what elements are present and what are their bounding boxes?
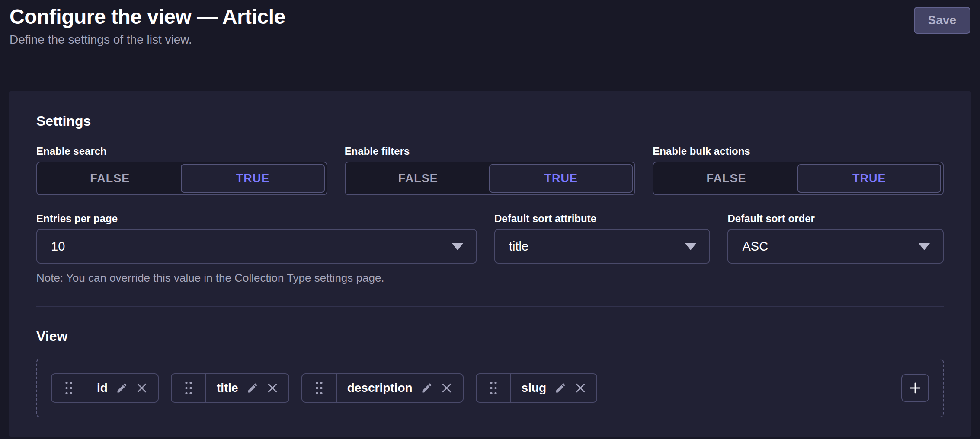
- default-sort-attribute-value: title: [509, 239, 528, 254]
- default-sort-attribute-label: Default sort attribute: [494, 212, 711, 226]
- entries-per-page-value: 10: [51, 239, 65, 254]
- close-icon[interactable]: [267, 382, 278, 394]
- displayed-fields-dropzone: id title: [36, 359, 944, 417]
- enable-filters-true-option[interactable]: TRUE: [489, 164, 633, 193]
- pencil-icon[interactable]: [421, 382, 433, 394]
- field-chip-body: title: [206, 374, 288, 402]
- add-field-button[interactable]: [901, 374, 929, 402]
- drag-handle-icon[interactable]: [302, 374, 337, 402]
- enable-search-field: Enable search FALSE TRUE: [36, 144, 327, 195]
- page-subtitle: Define the settings of the list view.: [9, 33, 285, 47]
- default-sort-order-value: ASC: [742, 239, 768, 254]
- enable-search-label: Enable search: [36, 144, 327, 158]
- entries-per-page-select[interactable]: 10: [36, 229, 477, 264]
- entries-per-page-note: Note: You can override this value in the…: [36, 270, 477, 285]
- settings-card: Settings Enable search FALSE TRUE Enable…: [9, 91, 971, 437]
- entries-per-page-label: Entries per page: [36, 212, 477, 226]
- section-divider: [36, 306, 944, 307]
- page-header-text: Configure the view — Article Define the …: [9, 4, 285, 47]
- enable-search-toggle: FALSE TRUE: [36, 162, 327, 195]
- enable-search-true-option[interactable]: TRUE: [181, 164, 324, 193]
- field-chip-label: id: [97, 381, 108, 395]
- field-chip-title[interactable]: title: [171, 373, 289, 403]
- chevron-down-icon: [452, 243, 463, 250]
- drag-handle-icon[interactable]: [172, 374, 206, 402]
- default-sort-order-label: Default sort order: [727, 212, 944, 226]
- field-chip-body: slug: [511, 374, 597, 402]
- default-sort-order-select[interactable]: ASC: [727, 229, 944, 264]
- field-chip-slug[interactable]: slug: [476, 373, 598, 403]
- enable-filters-label: Enable filters: [345, 144, 636, 158]
- toggle-row: Enable search FALSE TRUE Enable filters …: [36, 144, 944, 195]
- field-chip-label: slug: [522, 381, 547, 395]
- pencil-icon[interactable]: [116, 382, 128, 394]
- chevron-down-icon: [919, 243, 930, 250]
- close-icon[interactable]: [136, 382, 147, 394]
- close-icon[interactable]: [575, 382, 586, 394]
- default-sort-attribute-select[interactable]: title: [494, 229, 711, 264]
- enable-search-false-option[interactable]: FALSE: [39, 164, 181, 193]
- enable-bulk-actions-false-option[interactable]: FALSE: [655, 164, 797, 193]
- default-sort-attribute-field: Default sort attribute title: [494, 212, 711, 285]
- view-heading: View: [36, 328, 944, 345]
- field-chip-body: id: [86, 374, 158, 402]
- close-icon[interactable]: [441, 382, 452, 394]
- page-title: Configure the view — Article: [9, 4, 285, 29]
- settings-heading: Settings: [36, 112, 944, 130]
- chevron-down-icon: [685, 243, 696, 250]
- enable-filters-toggle: FALSE TRUE: [345, 162, 636, 195]
- field-chip-id[interactable]: id: [51, 373, 159, 403]
- field-chip-label: description: [347, 381, 413, 395]
- enable-bulk-actions-toggle: FALSE TRUE: [653, 162, 944, 195]
- configure-view-page: Configure the view — Article Define the …: [0, 0, 980, 437]
- field-chip-description[interactable]: description: [301, 373, 464, 403]
- pencil-icon[interactable]: [247, 382, 259, 394]
- plus-icon: [908, 381, 922, 395]
- enable-bulk-actions-true-option[interactable]: TRUE: [797, 164, 941, 193]
- page-header: Configure the view — Article Define the …: [9, 4, 971, 47]
- save-button[interactable]: Save: [914, 7, 970, 34]
- drag-handle-icon[interactable]: [52, 374, 86, 402]
- drag-handle-icon[interactable]: [477, 374, 511, 402]
- enable-filters-false-option[interactable]: FALSE: [347, 164, 489, 193]
- select-row: Entries per page 10 Note: You can overri…: [36, 212, 944, 285]
- field-chip-label: title: [217, 381, 238, 395]
- enable-bulk-actions-field: Enable bulk actions FALSE TRUE: [653, 144, 944, 195]
- default-sort-order-field: Default sort order ASC: [727, 212, 944, 285]
- enable-bulk-actions-label: Enable bulk actions: [653, 144, 944, 158]
- field-chip-body: description: [337, 374, 463, 402]
- entries-per-page-field: Entries per page 10 Note: You can overri…: [36, 212, 477, 285]
- enable-filters-field: Enable filters FALSE TRUE: [345, 144, 636, 195]
- pencil-icon[interactable]: [554, 382, 567, 394]
